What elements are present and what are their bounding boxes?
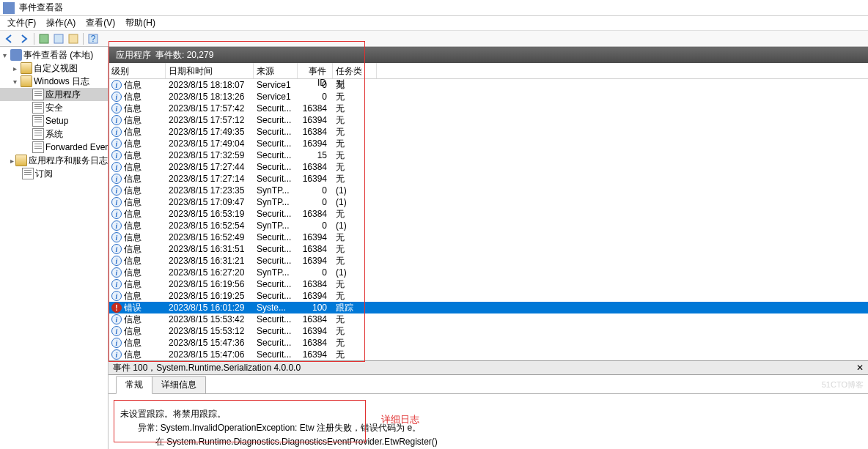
task-cell: 无 bbox=[333, 243, 377, 256]
source-cell: Securit... bbox=[254, 326, 298, 336]
col-level[interactable]: 级别 bbox=[108, 63, 166, 78]
collapse-icon[interactable]: ▾ bbox=[10, 78, 19, 86]
event-row[interactable]: i信息2023/8/15 17:27:44Securit...16384无 bbox=[108, 161, 868, 173]
tree-windows-logs[interactable]: ▾Windows 日志 bbox=[0, 75, 108, 88]
tree-application[interactable]: 应用程序 bbox=[0, 88, 108, 101]
task-cell: 无 bbox=[333, 325, 377, 338]
event-row[interactable]: i信息2023/8/15 15:53:12Securit...16394无 bbox=[108, 325, 868, 337]
col-event-id[interactable]: 事件 ID bbox=[298, 63, 333, 78]
task-cell: 无 bbox=[333, 337, 377, 349]
close-icon[interactable]: ✕ bbox=[856, 363, 864, 373]
event-row[interactable]: i信息2023/8/15 18:13:26Service10无 bbox=[108, 91, 868, 103]
info-icon: i bbox=[111, 92, 122, 102]
event-row[interactable]: i信息2023/8/15 17:32:59Securit...15无 bbox=[108, 149, 868, 161]
refresh-button[interactable] bbox=[67, 32, 80, 45]
event-row[interactable]: i信息2023/8/15 16:52:54SynTP...0(1) bbox=[108, 220, 868, 231]
tree-setup[interactable]: Setup bbox=[0, 114, 108, 127]
date-cell: 2023/8/15 16:01:29 bbox=[166, 303, 254, 313]
id-cell: 0 bbox=[298, 80, 333, 90]
source-cell: SynTP... bbox=[254, 197, 298, 207]
log-icon bbox=[32, 115, 44, 127]
event-row[interactable]: i信息2023/8/15 17:57:42Securit...16384无 bbox=[108, 103, 868, 114]
help-button[interactable]: ? bbox=[87, 32, 100, 45]
tree-system[interactable]: 系统 bbox=[0, 127, 108, 141]
show-tree-button[interactable] bbox=[37, 32, 51, 45]
back-button[interactable] bbox=[3, 32, 16, 45]
event-row[interactable]: !错误2023/8/15 16:01:29Syste...100跟踪 bbox=[108, 302, 868, 313]
folder-icon bbox=[21, 75, 32, 87]
date-cell: 2023/8/15 16:31:51 bbox=[166, 244, 254, 254]
event-row[interactable]: i信息2023/8/15 18:18:07Service10无 bbox=[108, 79, 868, 91]
task-cell: 无 bbox=[333, 349, 377, 361]
collapse-icon[interactable]: ▾ bbox=[0, 51, 9, 59]
tab-general[interactable]: 常规 bbox=[116, 376, 152, 394]
event-row[interactable]: i信息2023/8/15 16:27:20SynTP...0(1) bbox=[108, 267, 868, 278]
col-source[interactable]: 来源 bbox=[254, 63, 298, 78]
event-row[interactable]: i信息2023/8/15 17:27:14Securit...16394无 bbox=[108, 173, 868, 185]
log-icon bbox=[32, 102, 44, 114]
menu-view[interactable]: 查看(V) bbox=[81, 15, 119, 31]
event-grid[interactable]: i信息2023/8/15 18:18:07Service10无i信息2023/8… bbox=[108, 79, 868, 360]
date-cell: 2023/8/15 17:49:35 bbox=[166, 127, 254, 137]
tree-security[interactable]: 安全 bbox=[0, 101, 108, 114]
tree-label: Windows 日志 bbox=[34, 75, 89, 88]
col-date[interactable]: 日期和时间 bbox=[166, 63, 254, 78]
task-cell: 无 bbox=[333, 290, 377, 303]
event-row[interactable]: i信息2023/8/15 17:49:35Securit...16384无 bbox=[108, 126, 868, 138]
event-row[interactable]: i信息2023/8/15 16:53:19Securit...16384无 bbox=[108, 208, 868, 220]
event-row[interactable]: i信息2023/8/15 16:31:21Securit...16394无 bbox=[108, 255, 868, 267]
event-row[interactable]: i信息2023/8/15 16:19:25Securit...16394无 bbox=[108, 290, 868, 302]
level-text: 信息 bbox=[124, 138, 141, 150]
column-headers[interactable]: 级别 日期和时间 来源 事件 ID 任务类别 bbox=[108, 63, 868, 79]
log-icon bbox=[32, 89, 44, 100]
event-row[interactable]: i信息2023/8/15 16:52:49Securit...16394无 bbox=[108, 231, 868, 243]
col-task[interactable]: 任务类别 bbox=[333, 63, 377, 78]
event-row[interactable]: i信息2023/8/15 17:09:47SynTP...0(1) bbox=[108, 196, 868, 208]
date-cell: 2023/8/15 17:57:42 bbox=[166, 103, 254, 114]
tree-sidebar[interactable]: ▾事件查看器 (本地) ▸自定义视图 ▾Windows 日志 应用程序 安全 S… bbox=[0, 47, 108, 449]
event-row[interactable]: i信息2023/8/15 15:47:36Securit...16384无 bbox=[108, 337, 868, 349]
tree-subscriptions[interactable]: 订阅 bbox=[0, 167, 108, 180]
detail-body: 未设置跟踪。将禁用跟踪。 异常: System.InvalidOperation… bbox=[108, 394, 868, 449]
event-row[interactable]: i信息2023/8/15 15:47:06Securit...16394无 bbox=[108, 349, 868, 360]
event-row[interactable]: i信息2023/8/15 15:53:42Securit...16384无 bbox=[108, 313, 868, 325]
event-row[interactable]: i信息2023/8/15 17:49:04Securit...16394无 bbox=[108, 138, 868, 149]
svg-rect-1 bbox=[54, 34, 63, 43]
menu-action[interactable]: 操作(A) bbox=[42, 15, 80, 31]
tree-forwarded[interactable]: Forwarded Events bbox=[0, 141, 108, 154]
detail-line: 异常: System.InvalidOperationException: Et… bbox=[120, 421, 856, 435]
detail-tabs: 常规 详细信息 bbox=[108, 375, 868, 394]
svg-text:?: ? bbox=[91, 34, 96, 44]
menu-file[interactable]: 文件(F) bbox=[3, 15, 40, 31]
forward-button[interactable] bbox=[18, 32, 31, 45]
svg-rect-0 bbox=[40, 34, 48, 43]
id-cell: 16384 bbox=[298, 279, 333, 289]
event-row[interactable]: i信息2023/8/15 17:57:12Securit...16394无 bbox=[108, 114, 868, 126]
id-cell: 16394 bbox=[298, 174, 333, 184]
level-text: 信息 bbox=[124, 161, 141, 174]
event-row[interactable]: i信息2023/8/15 16:31:51Securit...16384无 bbox=[108, 243, 868, 255]
info-icon: i bbox=[111, 197, 122, 207]
tree-root[interactable]: ▾事件查看器 (本地) bbox=[0, 48, 108, 62]
task-cell: 无 bbox=[333, 114, 377, 127]
tab-details[interactable]: 详细信息 bbox=[152, 376, 206, 393]
tree-label: Forwarded Events bbox=[45, 142, 108, 152]
id-cell: 16394 bbox=[298, 349, 333, 360]
expand-icon[interactable]: ▸ bbox=[10, 157, 14, 165]
source-cell: Securit... bbox=[254, 314, 298, 324]
menu-help[interactable]: 帮助(H) bbox=[121, 15, 160, 31]
error-icon: ! bbox=[111, 303, 122, 313]
id-cell: 16384 bbox=[298, 162, 333, 172]
event-row[interactable]: i信息2023/8/15 16:19:56Securit...16384无 bbox=[108, 278, 868, 290]
tree-label: 事件查看器 (本地) bbox=[23, 49, 93, 62]
tree-custom-views[interactable]: ▸自定义视图 bbox=[0, 62, 108, 75]
event-row[interactable]: i信息2023/8/15 17:23:35SynTP...0(1) bbox=[108, 185, 868, 196]
level-text: 信息 bbox=[124, 255, 141, 267]
tree-app-services[interactable]: ▸应用程序和服务日志 bbox=[0, 154, 108, 167]
title-bar: 事件查看器 bbox=[0, 0, 868, 16]
expand-icon[interactable]: ▸ bbox=[10, 64, 19, 73]
id-cell: 100 bbox=[298, 303, 333, 313]
properties-button[interactable] bbox=[52, 32, 65, 45]
source-cell: Securit... bbox=[254, 150, 298, 160]
level-text: 信息 bbox=[124, 149, 141, 162]
